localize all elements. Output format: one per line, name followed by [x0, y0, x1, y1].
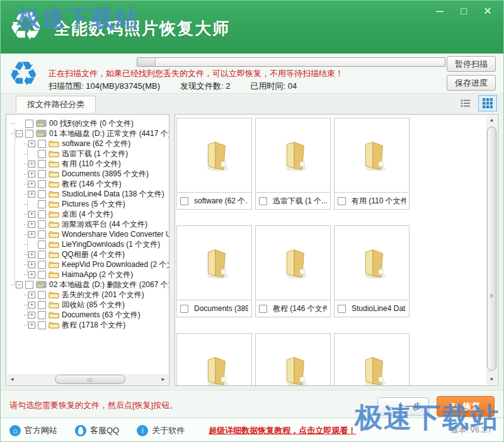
tree-item-checkbox[interactable] — [38, 150, 46, 158]
tree-expander-icon[interactable]: + — [28, 181, 35, 188]
tree-item[interactable]: + QQ相册 (4 个文件) — [24, 249, 169, 259]
tree-expander-icon[interactable]: + — [28, 221, 35, 228]
tree-item[interactable]: + Documents (3895 个文件) — [24, 169, 169, 179]
tree-item-checkbox[interactable] — [38, 241, 46, 249]
folder-grid-item[interactable]: 教程 (146 个文件) — [255, 225, 331, 317]
tree-expander-icon[interactable]: + — [28, 312, 35, 319]
tree-item-checkbox[interactable] — [38, 291, 46, 299]
tree-item[interactable]: Pictures (5 个文件) — [24, 199, 169, 209]
tree-expander-icon[interactable]: + — [28, 191, 35, 198]
recover-button[interactable]: ↻ 恢复 — [437, 396, 495, 417]
grid-item-checkbox[interactable] — [259, 197, 267, 205]
tree-item[interactable]: + HaimaApp (2 个文件) — [24, 269, 169, 280]
tree-expander-icon[interactable]: + — [28, 231, 35, 238]
tree-item-checkbox[interactable] — [25, 281, 33, 289]
maximize-button[interactable]: □ — [457, 4, 471, 18]
tree-item[interactable]: + software (62 个文件) — [24, 139, 169, 149]
tree-item-checkbox[interactable] — [25, 120, 33, 128]
tree-item[interactable]: + StudioLine4 Data (138 个文件) — [24, 189, 169, 199]
folder-grid-item[interactable] — [334, 333, 410, 385]
tree-item-checkbox[interactable] — [38, 170, 46, 178]
tree-item-checkbox[interactable] — [38, 180, 46, 188]
vertical-scroll-thumb[interactable] — [487, 127, 496, 371]
grid-item-checkbox[interactable] — [180, 305, 188, 313]
tree-item-checkbox[interactable] — [38, 321, 46, 329]
scroll-right-arrow-icon[interactable]: ► — [158, 374, 168, 385]
tree-horizontal-scrollbar[interactable]: ◄ ► — [7, 374, 168, 385]
customer-service-qq-link[interactable]: 客服QQ — [75, 425, 119, 436]
tree-expander-icon[interactable]: + — [28, 161, 35, 167]
pause-scan-button[interactable]: 暂停扫描 — [447, 56, 496, 72]
tree-item[interactable]: + 回收站 (85 个文件) — [24, 300, 169, 310]
scroll-up-arrow-icon[interactable]: ▲ — [486, 115, 497, 125]
tree-item[interactable]: − 02 本地磁盘 (D:) 删除文件 (2067 个文件) — [11, 280, 169, 290]
grid-item-label-row: 有用 (110 个文件) — [335, 192, 409, 209]
tree-item-checkbox[interactable] — [38, 200, 46, 208]
tree-item[interactable]: + Wondershare Video Converter Ultima — [24, 229, 169, 239]
tree-item[interactable]: + 有用 (110 个文件) — [24, 159, 169, 169]
tree-item-checkbox[interactable] — [38, 160, 46, 168]
save-progress-button[interactable]: 保存进度 — [447, 75, 496, 91]
official-website-link[interactable]: ⌂ 官方网站 — [9, 425, 57, 436]
tree-item-checkbox[interactable] — [38, 140, 46, 148]
tree-item-checkbox[interactable] — [38, 210, 46, 218]
tree-item[interactable]: LieYingDownloads (1 个文件) — [24, 239, 169, 249]
folder-grid-item[interactable]: Documents (389... — [176, 225, 252, 317]
tree-item[interactable]: + Documents (63 个文件) — [24, 310, 169, 320]
tree-expander-icon[interactable]: + — [28, 211, 35, 218]
tree-item-checkbox[interactable] — [25, 130, 33, 138]
scroll-down-arrow-icon[interactable]: ▼ — [486, 375, 497, 385]
tree-item-checkbox[interactable] — [38, 271, 46, 279]
grid-row: Documents (389... 教程 (146 个文件) — [176, 225, 485, 317]
tree-item-checkbox[interactable] — [38, 220, 46, 229]
tree-expander-icon[interactable]: − — [16, 281, 23, 288]
tree-item[interactable]: + 教程 (1718 个文件) — [24, 320, 169, 330]
tree-item[interactable]: 迅雷下载 (1 个文件) — [24, 149, 169, 159]
tutorial-promo-link[interactable]: 超级详细数据恢复教程，点击立即观看！ — [209, 425, 356, 436]
tree-item-checkbox[interactable] — [38, 251, 46, 259]
tree-item-checkbox[interactable] — [38, 311, 46, 319]
list-view-button[interactable] — [456, 95, 475, 111]
folder-grid-item[interactable] — [255, 333, 331, 385]
scroll-left-arrow-icon[interactable]: ◄ — [7, 374, 17, 385]
tree-item[interactable]: − 01 本地磁盘 (D:) 正常文件 (4417 个文件) — [11, 128, 169, 139]
tree-item[interactable]: + 丢失的文件 (201 个文件) — [24, 290, 169, 300]
tree-item-checkbox[interactable] — [38, 230, 46, 239]
home-icon: ⌂ — [9, 425, 21, 436]
tree-item[interactable]: + 游聚游戏平台 (44 个文件) — [24, 219, 169, 229]
tree-expander-icon[interactable]: + — [28, 261, 35, 268]
previous-step-button[interactable]: ← 上一步 — [377, 397, 429, 416]
tree-item[interactable]: + KeepVid Pro Downloaded (2 个文件) — [24, 259, 169, 269]
tree-expander-icon[interactable]: + — [28, 322, 35, 329]
tree-expander-icon[interactable]: + — [28, 271, 35, 278]
tree-expander-icon[interactable]: + — [28, 302, 35, 309]
tree-item[interactable]: 00 找到的文件 (0 个文件) — [11, 118, 169, 128]
grid-vertical-scrollbar[interactable]: ▲ ▼ — [486, 115, 497, 385]
tree-item-checkbox[interactable] — [38, 190, 46, 198]
tree-item[interactable]: + 教程 (146 个文件) — [24, 179, 169, 189]
horizontal-scroll-thumb[interactable] — [55, 375, 125, 384]
tree-item[interactable]: + 桌面 (4 个文件) — [24, 209, 169, 219]
tree-item-label: 00 找到的文件 (0 个文件) — [49, 118, 134, 129]
tree-expander-icon[interactable]: + — [28, 292, 35, 298]
folder-grid-item[interactable]: software (62 个... — [176, 118, 252, 210]
grid-item-checkbox[interactable] — [338, 197, 346, 205]
tab-by-file-path[interactable]: 按文件路径分类 — [16, 96, 96, 113]
close-button[interactable]: ✕ — [481, 4, 495, 18]
tree-expander-icon[interactable]: − — [16, 130, 23, 137]
folder-grid-item[interactable]: 有用 (110 个文件) — [334, 118, 410, 210]
grid-item-checkbox[interactable] — [180, 197, 188, 205]
grid-item-checkbox[interactable] — [338, 305, 346, 313]
grid-view-button[interactable] — [478, 95, 497, 111]
tree-item-checkbox[interactable] — [38, 301, 46, 309]
tree-expander-icon[interactable]: + — [28, 140, 35, 147]
folder-grid-item[interactable]: StudioLine4 Data ... — [334, 225, 410, 317]
tree-item-checkbox[interactable] — [38, 261, 46, 269]
tree-expander-icon[interactable]: + — [28, 171, 35, 178]
minimize-button[interactable]: ─ — [433, 4, 447, 18]
folder-grid-item[interactable]: 迅雷下载 (1 个... — [255, 118, 331, 210]
grid-item-checkbox[interactable] — [259, 305, 267, 313]
about-software-link[interactable]: i 关于软件 — [137, 425, 185, 436]
folder-grid-item[interactable] — [176, 333, 252, 385]
tree-expander-icon[interactable]: + — [28, 251, 35, 258]
